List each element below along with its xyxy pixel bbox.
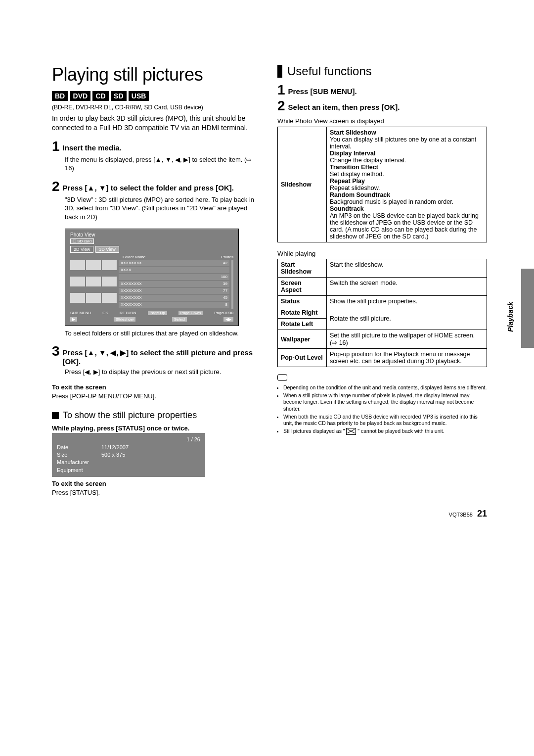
pv-footer: SUB MENU OK RETURN Page Up Page Down Pag… [70,311,233,315]
table1-caption: While Photo View screen is displayed [277,117,487,126]
right-step-1: 1 Press [SUB MENU]. [277,83,487,97]
pv-col-folder: Folder Name [123,255,145,259]
media-tag: DVD [70,91,91,101]
step-title: Press [SUB MENU]. [288,83,357,95]
pv-title: Photo View [70,232,233,237]
pv-tab-2d: 2D View [70,246,93,253]
opt-body: Rotate the still picture. [327,307,487,330]
pv-folder-list: XXXXXXXX42 XXXX 100 XXXXXXXX39 XXXXXXXX7… [119,260,229,309]
pv-scrollbar [231,260,233,309]
slideshow-options-cell: Start SlideshowYou can display still pic… [327,127,487,242]
opt-head: Wallpaper [278,330,327,349]
media-tag: BD [52,91,68,101]
status-counter: 1 / 26 [57,436,200,443]
note-item: When both the music CD and the USB devic… [283,414,487,427]
playing-options-table: Start Slideshow Start the slideshow. Scr… [277,259,487,367]
step-3-body: Press [◀, ▶] to display the previous or … [65,368,262,377]
media-tag: USB [129,91,149,101]
page-number: 21 [477,509,487,519]
right-step-2: 2 Select an item, then press [OK]. [277,99,487,113]
section-side-tab: Playback [506,302,514,332]
doc-code: VQT3B58 [449,512,473,518]
pv-col-photos: Photos [221,255,233,259]
step-number: 2 [277,99,285,113]
step-number: 3 [52,344,60,358]
media-tags: BD DVD CD SD USB [52,91,262,101]
properties-section-heading: To show the still picture properties [52,410,262,421]
exit-screen-heading-2: To exit the screen [52,480,262,487]
left-column: Playing still pictures BD DVD CD SD USB … [52,64,262,504]
exit-screen-body-2: Press [STATUS]. [52,488,262,497]
slideshow-row-head: Slideshow [278,127,327,242]
table2-caption: While playing [277,249,487,258]
pv-thumbnails [70,260,117,309]
note-item: Depending on the condition of the unit a… [283,384,487,391]
pv-tab-3d: 3D View [95,246,119,253]
pv-footer-2: ▶ Slideshow Select ◀▶ [70,317,233,322]
useful-functions-heading: Useful functions [277,64,487,78]
step-title: Select an item, then press [OK]. [288,99,400,111]
media-tag: CD [92,91,108,101]
step-title: Press [▲, ▼] to select the folder and pr… [63,180,234,192]
opt-body: Show the still picture properties. [327,296,487,307]
opt-body: Pop-up position for the Playback menu or… [327,349,487,367]
media-tag: SD [111,91,126,101]
opt-head: Screen Aspect [278,278,327,296]
photo-view-screenshot: Photo View ☐ SD card 2D View 3D View Fol… [65,229,239,326]
page-title: Playing still pictures [52,64,262,85]
opt-head: Start Slideshow [278,259,327,278]
step-2-after: To select folders or still pictures that… [65,329,262,338]
right-column: Useful functions 1 Press [SUB MENU]. 2 S… [277,64,487,504]
slideshow-options-table: Slideshow Start SlideshowYou can display… [277,127,487,242]
step-title: Press [▲, ▼, ◀, ▶] to select the still p… [63,344,262,366]
step-number: 1 [277,83,285,97]
step-number: 1 [52,140,60,153]
step-3-heading: 3 Press [▲, ▼, ◀, ▶] to select the still… [52,344,262,366]
step-title: Insert the media. [63,140,122,152]
step-1-heading: 1 Insert the media. [52,140,262,153]
note-item: When a still picture with large number o… [283,392,487,413]
opt-head: Rotate Right [278,307,327,319]
note-icon [277,374,287,381]
note-item: Still pictures displayed as " " cannot b… [283,428,487,435]
step-1-body: If the menu is displayed, press [▲, ▼, ◀… [65,155,262,173]
pv-card-label: ☐ SD card [70,238,94,244]
exit-screen-body: Press [POP-UP MENU/TOP MENU]. [52,392,262,401]
opt-head: Rotate Left [278,319,327,330]
opt-body: Start the slideshow. [327,259,487,278]
side-gray-tab [521,269,534,348]
opt-body: Switch the screen mode. [327,278,487,296]
notes-block: Depending on the condition of the unit a… [277,374,487,435]
broken-image-icon [346,428,356,435]
intro-paragraph: In order to play back 3D still pictures … [52,114,262,133]
opt-head: Pop-Out Level [278,349,327,367]
properties-instruction: While playing, press [STATUS] once or tw… [52,425,262,432]
black-bar-icon [277,65,282,78]
step-2-body: "3D View" : 3D still pictures (MPO) are … [65,195,262,222]
opt-body: Set the still picture to the wallpaper o… [327,330,487,349]
square-bullet-icon [52,412,59,419]
page-footer: VQT3B58 21 [449,509,487,519]
step-2-heading: 2 Press [▲, ▼] to select the folder and … [52,180,262,193]
status-screenshot: 1 / 26 Date11/12/2007 Size500 x 375 Manu… [52,433,205,477]
opt-head: Status [278,296,327,307]
media-detail-line: (BD-RE, DVD-R/-R DL, CD-R/RW, SD Card, U… [52,104,262,111]
exit-screen-heading: To exit the screen [52,383,262,391]
step-number: 2 [52,180,60,193]
